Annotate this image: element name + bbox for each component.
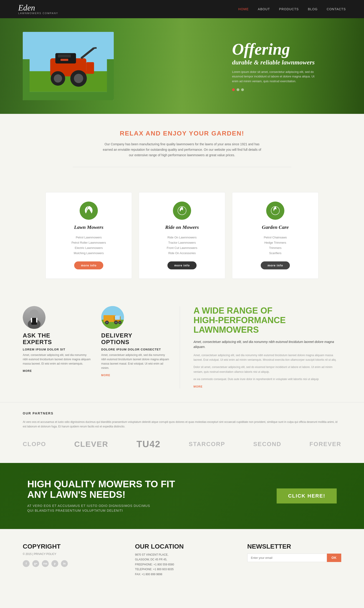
ask-experts-title: ASK THEEXPERTS <box>23 332 92 345</box>
lawnmowers-icon <box>80 202 98 220</box>
hero-title: Offering <box>232 41 318 57</box>
wide-more-link[interactable]: MORE <box>194 385 203 388</box>
rideon-icon <box>173 202 191 220</box>
ask-experts-subtitle: LOREM IPSUM DOLOR SIT <box>23 348 92 351</box>
list-item: Front Cut Lawnmowers <box>146 245 218 250</box>
nav-about[interactable]: ABOUT <box>258 7 270 11</box>
footer-address: 9870 ST VINCENT PLACE, GLASGOW, DC 45 FR… <box>135 553 229 562</box>
wide-text-3: ex ea commodo consequat. Duis aute irure… <box>194 377 341 381</box>
truck-svg <box>101 306 124 329</box>
svg-point-15 <box>30 310 39 319</box>
lawnmower-image <box>23 32 114 100</box>
svg-rect-11 <box>58 54 71 58</box>
dot-3[interactable] <box>241 88 244 91</box>
partner-forever: FOREVER <box>309 441 341 448</box>
social-rss[interactable]: rss <box>42 560 49 567</box>
social-googleplus[interactable]: g+ <box>32 560 39 567</box>
svg-point-30 <box>119 322 121 323</box>
product-card-lawnmowers: Lawn Mowers Petrol Lawnmowers Petrol Rol… <box>46 192 132 279</box>
relax-title: RELAX AND ENJOY YOUR GARDEN! <box>46 130 318 137</box>
nav-home[interactable]: HOME <box>238 7 249 11</box>
partner-second: SECOND <box>253 441 281 448</box>
cta-banner: HIGH QUALITY MOWERS TO FITANY LAWN'S NEE… <box>0 463 364 529</box>
nav-products[interactable]: PRODUCTS <box>279 7 299 11</box>
cta-click-button[interactable]: CLICK HERE! <box>277 488 337 503</box>
info-section: ASK THEEXPERTS LOREM IPSUM DOLOR SIT Ame… <box>0 292 364 402</box>
cta-title: HIGH QUALITY MOWERS TO FITANY LAWN'S NEE… <box>27 479 175 500</box>
partner-tu42: TU42 <box>136 439 161 449</box>
delivery-card: DELIVERYOPTIONS DOLORE IPSUM DOLOR CONSE… <box>101 306 171 377</box>
newsletter-email-input[interactable] <box>247 554 327 562</box>
svg-rect-18 <box>31 318 32 323</box>
relax-description: Our Company has been manufacturing fine … <box>102 142 262 158</box>
product-card-rideon: Ride on Mowers Ride On Lawnmowers Tracto… <box>139 192 225 279</box>
dot-2[interactable] <box>237 88 239 91</box>
nav-blog[interactable]: BLOG <box>308 7 318 11</box>
info-left-panel: ASK THEEXPERTS LOREM IPSUM DOLOR SIT Ame… <box>23 306 180 388</box>
cta-subtitle: AT VERO EOS ET ACCUSAMUS ET IUSTO ODIO D… <box>27 503 175 513</box>
partner-clever: CLEVER <box>74 440 108 449</box>
list-item: Petrol Chainsaws <box>239 235 312 240</box>
newsletter-ok-button[interactable]: OK <box>327 554 341 562</box>
hero-text-block: Offering durable & reliable lawnmowers L… <box>232 41 318 91</box>
delivery-avatar <box>101 306 124 329</box>
social-pinterest[interactable]: p <box>52 560 58 567</box>
svg-rect-17 <box>31 318 37 325</box>
logo-subtitle: LAWNMOWERS COMPANY <box>18 12 58 14</box>
footer-location-title: OUR LOCATION <box>135 543 229 550</box>
list-item: Mulching Lawnmowers <box>52 250 125 256</box>
header: Eden LAWNMOWERS COMPANY HOME ABOUT PRODU… <box>0 0 364 18</box>
rideon-list: Ride On Lawnmowers Tractor Lawnmowers Fr… <box>146 235 218 256</box>
gardencare-title: Garden Care <box>239 224 312 230</box>
hero-image <box>23 32 114 100</box>
delivery-more-link[interactable]: MORE <box>101 374 171 377</box>
dot-1[interactable] <box>232 88 235 91</box>
newsletter-form: OK <box>247 554 341 562</box>
partners-section: OUR PARTNERS At vero eos et accusamus et… <box>0 402 364 463</box>
ask-experts-more-link[interactable]: MORE <box>23 369 92 373</box>
lawnmowers-list: Petrol Lawnmowers Petrol Roller Lawnmowe… <box>52 235 125 256</box>
rideon-more-info-button[interactable]: more info <box>168 261 196 269</box>
footer-telephone: TELEPHONE: +1 800 603 6035 <box>135 567 229 572</box>
footer-copyright-year: © 2015 | PRIVACY POLICY <box>23 553 117 556</box>
info-cards-row: ASK THEEXPERTS LOREM IPSUM DOLOR SIT Ame… <box>23 306 171 386</box>
lawnmowers-more-info-button[interactable]: more info <box>74 261 103 269</box>
delivery-text: Amet, consectetuer adipiscing elit, sed … <box>101 353 171 370</box>
lawnmowers-title: Lawn Mowers <box>52 224 125 230</box>
svg-rect-24 <box>115 316 120 320</box>
footer-location-col: OUR LOCATION 9870 ST VINCENT PLACE, GLAS… <box>135 543 229 577</box>
rideon-title: Ride on Mowers <box>146 224 218 230</box>
footer-fax: FAX: +1 800 899 9898 <box>135 572 229 577</box>
footer-copyright-col: COPYRIGHT © 2015 | PRIVACY POLICY f g+ r… <box>23 543 117 577</box>
gardencare-more-info-button[interactable]: more info <box>261 261 290 269</box>
list-item: Petrol Roller Lawnmowers <box>52 240 125 245</box>
person-svg <box>23 306 46 329</box>
lawnmower-svg <box>30 39 107 93</box>
products-grid: Lawn Mowers Petrol Lawnmowers Petrol Rol… <box>23 192 341 279</box>
partners-logos-row: CLOPO CLEVER TU42 STARCORP SECOND FOREVE… <box>23 437 341 452</box>
wide-subtitle: Amet, consectetuer adipiscing elit, sed … <box>194 339 341 350</box>
svg-rect-19 <box>36 318 37 323</box>
hero-subtitle: durable & reliable lawnmowers <box>232 58 318 66</box>
partner-starcorp: STARCORP <box>189 441 225 448</box>
gardencare-list: Petrol Chainsaws Hedge Trimmers Trimmers… <box>239 235 312 256</box>
leaf-icon-2 <box>176 205 188 216</box>
logo-text: Eden <box>18 4 58 12</box>
social-facebook[interactable]: f <box>23 560 30 567</box>
wide-text-1: Amet, consectetuer adipiscing elit, sed … <box>194 353 341 362</box>
leaf-icon-1 <box>83 205 94 216</box>
footer-copyright-title: COPYRIGHT <box>23 543 117 550</box>
wide-text-2: Dolor sit amet, consectetuer adipiscing … <box>194 365 341 374</box>
ask-experts-card: ASK THEEXPERTS LOREM IPSUM DOLOR SIT Ame… <box>23 306 92 377</box>
social-linkedin[interactable]: in <box>61 560 68 567</box>
list-item: Tractor Lawnmowers <box>146 240 218 245</box>
footer-freephone: FREEPHONE: +1 800 559 6580 <box>135 562 229 567</box>
list-item: Electric Lawnmowers <box>52 245 125 250</box>
list-item: Trimmers <box>239 245 312 250</box>
partner-clopo: CLOPO <box>23 441 46 448</box>
expert-avatar <box>23 306 46 329</box>
list-item: Ride On Accessories <box>146 250 218 256</box>
delivery-title: DELIVERYOPTIONS <box>101 332 171 345</box>
nav-contacts[interactable]: CONTACTS <box>327 7 346 11</box>
svg-point-7 <box>54 74 62 82</box>
